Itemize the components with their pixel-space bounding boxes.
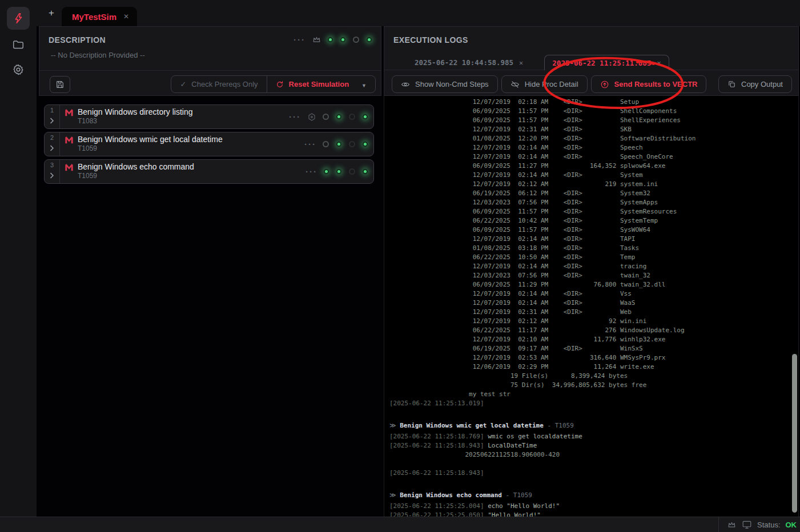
log-output: 12/07/2019 02:18 AM <DIR> Setup 06/09/20… — [384, 96, 799, 517]
log-line: 06/09/2025 11:57 PM <DIR> SysWOW64 — [389, 225, 798, 235]
log-timestamp: [2025-06-22 11:25:25.004] — [389, 502, 484, 510]
close-icon[interactable]: ✕ — [123, 13, 129, 21]
step-card-actions: ··· — [289, 105, 368, 128]
more-options-icon[interactable]: ··· — [304, 142, 316, 147]
upload-circle-icon — [600, 80, 609, 89]
log-line: 06/09/2025 11:57 PM <DIR> SystemResource… — [389, 207, 798, 216]
show-noncmd-label: Show Non-Cmd Steps — [415, 80, 489, 88]
log-line: [2025-06-22 11:25:25.050] "Hello World!" — [389, 511, 798, 517]
sidebar-item-files[interactable] — [7, 33, 30, 56]
more-options-icon[interactable]: ··· — [289, 114, 301, 120]
execution-logs-title: EXECUTION LOGS — [393, 35, 468, 45]
log-tab[interactable]: 2025-06-22 10:44:58.985✕ — [407, 55, 530, 70]
copy-output-label: Copy Output — [741, 80, 783, 88]
expand-chevron-icon[interactable] — [50, 143, 54, 154]
log-line: 01/08/2025 12:20 PM <DIR> SoftwareDistri… — [389, 134, 798, 143]
status-dot-on — [363, 114, 368, 119]
log-tabs: 2025-06-22 10:44:58.985✕2025-06-22 11:25… — [384, 55, 798, 70]
log-timestamp: [2025-06-22 11:25:13.019] — [389, 400, 484, 407]
more-options-icon[interactable]: ··· — [305, 169, 317, 175]
log-timestamp: [2025-06-22 11:25:18.769] — [389, 433, 484, 440]
save-button[interactable] — [50, 76, 70, 93]
log-step-header: ≫ Benign Windows echo command - T1059 — [389, 491, 798, 500]
status-dot-on — [363, 142, 368, 147]
log-line: 12/07/2019 02:31 AM <DIR> SKB — [389, 125, 798, 134]
copy-output-button[interactable]: Copy Output — [718, 75, 792, 93]
log-command-text: wmic os get localdatetime — [484, 433, 582, 440]
tab-mytestsim[interactable]: MyTestSim ✕ — [62, 7, 137, 26]
log-line: 12/07/2019 02:14 AM <DIR> WaaS — [389, 299, 798, 308]
status-value: OK — [786, 521, 797, 529]
step-index-column: 1 — [45, 105, 60, 128]
log-tab[interactable]: 2025-06-22 11:25:11.885✕ — [544, 55, 669, 70]
log-line: 06/09/2025 11:57 PM <DIR> ShellComponent… — [389, 107, 798, 116]
log-command-text: LocalDateTime — [484, 442, 537, 449]
step-number: 3 — [50, 162, 54, 168]
log-line: 12/03/2023 07:56 PM <DIR> SystemApps — [389, 198, 798, 207]
refresh-icon — [276, 80, 284, 88]
log-scrollbar-thumb[interactable] — [792, 354, 797, 513]
status-dot-off — [323, 114, 329, 120]
step-card[interactable]: 2Benign Windows wmic get local datetimeT… — [44, 132, 374, 156]
chevron-down-icon[interactable]: ▼ — [361, 83, 367, 88]
status-dot-dim — [349, 168, 355, 175]
log-tab-label: 2025-06-22 11:25:11.885 — [552, 59, 651, 67]
log-line-blank — [389, 460, 798, 469]
step-card-actions: ··· — [305, 160, 368, 183]
new-tab-button[interactable]: + — [45, 6, 58, 20]
divider — [39, 70, 381, 71]
log-line: 12/07/2019 02:14 AM <DIR> System — [389, 171, 798, 180]
log-line: 19 File(s) 8,399,424 bytes — [389, 372, 798, 381]
description-panel: DESCRIPTION ··· -- No Description Provid… — [39, 26, 381, 96]
log-line: 12/07/2019 02:10 AM 11,776 winhlp32.exe — [389, 335, 798, 344]
description-title: DESCRIPTION — [49, 35, 106, 45]
sidebar-item-simulations[interactable] — [7, 7, 30, 30]
log-line: 12/07/2019 02:12 AM 219 system.ini — [389, 180, 798, 189]
log-line: [2025-06-22 11:25:18.769] wmic os get lo… — [389, 432, 798, 441]
log-line: 06/22/2025 11:17 AM 276 WindowsUpdate.lo… — [389, 326, 798, 335]
log-timestamp: [2025-06-22 11:25:25.050] — [389, 511, 484, 517]
log-command-text: echo "Hello World!" — [484, 502, 560, 510]
step-number: 1 — [50, 107, 54, 114]
log-line: 12/07/2019 02:14 AM <DIR> TAPI — [389, 235, 798, 244]
check-prereqs-button[interactable]: ✓ Check Prereqs Only — [171, 76, 266, 92]
log-line: 12/07/2019 02:31 AM <DIR> Web — [389, 308, 798, 317]
step-card[interactable]: 1Benign Windows directory listingT1083··… — [44, 104, 374, 129]
log-line: 12/06/2019 02:29 PM 11,264 write.exe — [389, 362, 798, 372]
status-dot-on — [324, 169, 329, 174]
step-card[interactable]: 3Benign Windows echo commandT1059··· — [44, 159, 374, 184]
crown-icon — [727, 520, 737, 530]
tab-bar: + MyTestSim ✕ — [37, 0, 800, 26]
log-line: 06/09/2025 11:57 PM <DIR> ShellExperienc… — [389, 116, 798, 125]
log-line: 06/19/2025 09:17 AM <DIR> WinSxS — [389, 344, 798, 353]
more-options-icon[interactable]: ··· — [294, 37, 305, 43]
status-dot-off — [353, 37, 359, 43]
send-results-vectr-button[interactable]: Send Results to VECTR — [591, 75, 707, 93]
log-line: 12/07/2019 02:14 AM <DIR> Vss — [389, 289, 798, 299]
eye-off-icon — [510, 80, 520, 89]
expand-chevron-icon[interactable] — [50, 116, 54, 126]
sidebar-item-settings[interactable] — [7, 58, 30, 81]
log-line: [2025-06-22 11:25:18.943] LocalDateTime — [389, 441, 798, 450]
double-chevron-icon: ≫ — [389, 422, 400, 429]
mitre-m-icon — [65, 135, 74, 144]
status-dot-on — [363, 169, 368, 174]
send-vectr-label: Send Results to VECTR — [614, 80, 698, 88]
close-icon[interactable]: ✕ — [657, 59, 661, 67]
step-card-actions: ··· — [304, 132, 368, 156]
expand-chevron-icon[interactable] — [50, 171, 54, 181]
log-line: [2025-06-22 11:25:25.004] echo "Hello Wo… — [389, 502, 798, 511]
close-icon[interactable]: ✕ — [519, 59, 523, 67]
show-noncmd-steps-button[interactable]: Show Non-Cmd Steps — [392, 75, 498, 93]
status-bar: Status: OK — [0, 517, 800, 532]
log-line: 06/09/2025 11:27 PM 164,352 splwow64.exe — [389, 162, 798, 171]
log-line: 12/03/2023 07:56 PM <DIR> twain_32 — [389, 271, 798, 280]
log-line: 12/07/2019 02:53 AM 316,640 WMSysPr9.prx — [389, 353, 798, 362]
double-chevron-icon: ≫ — [389, 491, 400, 499]
reset-simulation-button[interactable]: Reset Simulation ▼ — [267, 76, 375, 92]
hex-nut-icon[interactable] — [307, 112, 316, 122]
check-icon: ✓ — [180, 80, 186, 88]
log-lines: 12/07/2019 02:18 AM <DIR> Setup 06/09/20… — [384, 96, 798, 517]
simulation-actions-group: ✓ Check Prereqs Only Reset Simulation ▼ — [171, 75, 376, 93]
hide-proc-detail-button[interactable]: Hide Proc Detail — [501, 75, 588, 93]
